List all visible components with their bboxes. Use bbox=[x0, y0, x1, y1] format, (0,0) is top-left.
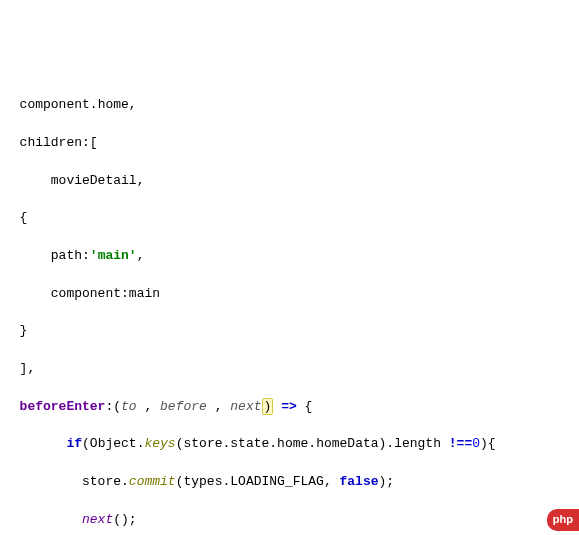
token: :( bbox=[105, 399, 121, 414]
token: before bbox=[160, 399, 207, 414]
token: store bbox=[82, 474, 121, 489]
token: : bbox=[82, 248, 90, 263]
token: , bbox=[137, 173, 145, 188]
hl-paren: ) bbox=[262, 398, 274, 415]
token: .state.home.homeData). bbox=[223, 436, 395, 451]
token: path bbox=[51, 248, 82, 263]
token: Object bbox=[90, 436, 137, 451]
token: !== bbox=[449, 436, 472, 451]
token: to bbox=[121, 399, 137, 414]
code-line: ], bbox=[4, 360, 575, 379]
token: next bbox=[82, 512, 113, 527]
token: :[ bbox=[82, 135, 98, 150]
token: length bbox=[394, 436, 441, 451]
code-line: next(); bbox=[4, 511, 575, 530]
token: home bbox=[98, 97, 129, 112]
token: 'main' bbox=[90, 248, 137, 263]
token: next bbox=[230, 399, 261, 414]
watermark-text: php bbox=[553, 513, 573, 525]
token: keys bbox=[144, 436, 175, 451]
code-line: children:[ bbox=[4, 134, 575, 153]
token: component bbox=[51, 286, 121, 301]
code-line: if(Object.keys(store.state.home.homeData… bbox=[4, 435, 575, 454]
token: { bbox=[20, 210, 28, 225]
watermark-badge: php bbox=[547, 509, 579, 531]
code-line: movieDetail, bbox=[4, 172, 575, 191]
token: ( bbox=[176, 436, 184, 451]
code-block: component.home, children:[ movieDetail, … bbox=[4, 77, 575, 535]
token: beforeEnter bbox=[20, 399, 106, 414]
code-line: component:main bbox=[4, 285, 575, 304]
token: , bbox=[137, 248, 145, 263]
token: => bbox=[281, 399, 297, 414]
code-line: store.commit(types.LOADING_FLAG, false); bbox=[4, 473, 575, 492]
code-line: beforeEnter:(to , before , next) => { bbox=[4, 398, 575, 417]
token: , bbox=[129, 97, 137, 112]
token: if bbox=[66, 436, 82, 451]
code-line: } bbox=[4, 322, 575, 341]
token: movieDetail bbox=[51, 173, 137, 188]
token: false bbox=[340, 474, 379, 489]
token: main bbox=[129, 286, 160, 301]
token: types bbox=[183, 474, 222, 489]
token: component bbox=[20, 97, 90, 112]
token: , bbox=[137, 399, 160, 414]
token: , bbox=[207, 399, 230, 414]
token: { bbox=[297, 399, 313, 414]
token: ); bbox=[379, 474, 395, 489]
token: . bbox=[90, 97, 98, 112]
token: ( bbox=[82, 436, 90, 451]
token: ){ bbox=[480, 436, 496, 451]
token: children bbox=[20, 135, 82, 150]
token: } bbox=[20, 323, 28, 338]
code-line: component.home, bbox=[4, 96, 575, 115]
token: .LOADING_FLAG, bbox=[222, 474, 339, 489]
token: (); bbox=[113, 512, 136, 527]
token bbox=[441, 436, 449, 451]
code-line: { bbox=[4, 209, 575, 228]
token: 0 bbox=[472, 436, 480, 451]
token: commit bbox=[129, 474, 176, 489]
token: store bbox=[184, 436, 223, 451]
token: . bbox=[121, 474, 129, 489]
token: ], bbox=[20, 361, 36, 376]
token: : bbox=[121, 286, 129, 301]
token bbox=[273, 399, 281, 414]
code-line: path:'main', bbox=[4, 247, 575, 266]
